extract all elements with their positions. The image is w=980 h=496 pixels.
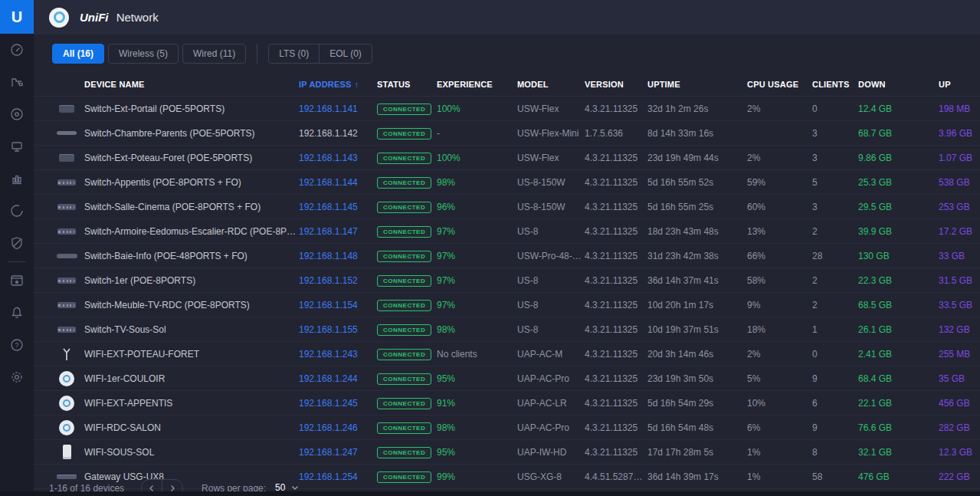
column-header-down[interactable]: DOWN bbox=[858, 80, 939, 89]
table-row[interactable]: WIFI-RDC-SALON192.168.1.246CONNECTED98%U… bbox=[34, 416, 980, 440]
column-header-experience[interactable]: EXPERIENCE bbox=[437, 80, 517, 89]
status-badge: CONNECTED bbox=[377, 447, 431, 458]
sidebar-item-system-log[interactable] bbox=[0, 264, 34, 297]
sidebar-item-devices[interactable] bbox=[0, 98, 34, 130]
sort-ascending-icon: ↑ bbox=[355, 80, 359, 89]
access-point-icon bbox=[49, 371, 84, 386]
column-header-model[interactable]: MODEL bbox=[517, 80, 585, 89]
table-row[interactable]: WIFI-1er-COULOIR192.168.1.244CONNECTED95… bbox=[34, 366, 980, 391]
sidebar-item-insights[interactable] bbox=[0, 195, 34, 227]
sidebar-item-clients[interactable] bbox=[0, 130, 34, 163]
upload-value: 1.07 GB bbox=[939, 153, 980, 163]
upload-value: 538 GB bbox=[939, 177, 980, 188]
sidebar-item-unifi-logo[interactable]: U bbox=[0, 0, 34, 34]
model-value: USW-Flex bbox=[517, 103, 585, 114]
sidebar-item-help[interactable]: ? bbox=[0, 329, 34, 361]
column-header-up[interactable]: UP bbox=[939, 80, 980, 89]
cpu-usage-value: 10% bbox=[747, 398, 812, 409]
clients-count: 0 bbox=[812, 103, 858, 114]
uptime-value: 5d 16h 54m 48s bbox=[647, 422, 747, 433]
column-header-status[interactable]: STATUS bbox=[377, 80, 437, 89]
table-row[interactable]: Switch-TV-Sous-Sol192.168.1.155CONNECTED… bbox=[34, 317, 980, 342]
sidebar-item-settings[interactable] bbox=[0, 361, 34, 393]
switch-8-icon bbox=[49, 302, 84, 308]
access-point-icon bbox=[49, 396, 84, 411]
download-value: 22.3 GB bbox=[858, 275, 939, 286]
ip-address[interactable]: 192.168.1.245 bbox=[299, 398, 377, 409]
column-header-uptime[interactable]: UPTIME bbox=[647, 80, 747, 89]
uptime-value: 23d 19h 49m 44s bbox=[647, 153, 747, 163]
download-value: 25.3 GB bbox=[858, 177, 939, 188]
column-header-label: DOWN bbox=[858, 80, 886, 89]
ip-address[interactable]: 192.168.1.144 bbox=[299, 177, 377, 188]
ip-address[interactable]: 192.168.1.244 bbox=[299, 373, 377, 384]
version-value: 4.3.21.11325 bbox=[585, 373, 647, 384]
table-row[interactable]: Switch-Armoire-Eedomus-Escalier-RDC (POE… bbox=[34, 219, 980, 244]
status-badge: CONNECTED bbox=[377, 128, 431, 140]
ip-address[interactable]: 192.168.1.243 bbox=[299, 349, 377, 360]
sidebar-item-notifications[interactable] bbox=[0, 297, 34, 329]
experience-value: 98% bbox=[437, 177, 517, 188]
download-value: 9.86 GB bbox=[858, 153, 939, 163]
switch-8-icon bbox=[49, 228, 84, 235]
column-header-cpu-usage[interactable]: CPU USAGE bbox=[747, 80, 812, 89]
upload-value: 33 GB bbox=[939, 251, 980, 261]
ip-address[interactable]: 192.168.1.155 bbox=[299, 324, 377, 335]
page-title: UniFi Network bbox=[80, 11, 159, 24]
ip-address[interactable]: 192.168.1.148 bbox=[299, 251, 377, 261]
model-value: USW-Flex-Mini bbox=[517, 128, 585, 139]
ip-address[interactable]: 192.168.1.147 bbox=[299, 226, 377, 237]
clients-count: 6 bbox=[812, 398, 858, 409]
sidebar-item-dashboard[interactable] bbox=[0, 34, 34, 66]
column-header-clients[interactable]: CLIENTS bbox=[812, 80, 858, 89]
table-row[interactable]: Switch-Meuble-TV-RDC (POE-8PORTS)192.168… bbox=[34, 293, 980, 317]
column-header-label: CPU USAGE bbox=[747, 80, 798, 89]
table-row[interactable]: Switch-Ext-Portail (POE-5PORTS)192.168.1… bbox=[34, 97, 980, 121]
version-value: 4.3.21.11325 bbox=[585, 349, 647, 360]
clients-count: 28 bbox=[812, 251, 858, 261]
cpu-usage-value: 5% bbox=[747, 373, 812, 384]
ip-address[interactable]: 192.168.1.143 bbox=[299, 153, 377, 163]
status-badge: CONNECTED bbox=[377, 373, 431, 385]
status-badge: CONNECTED bbox=[377, 103, 431, 115]
table-row[interactable]: WIFI-SOUS-SOL192.168.1.247CONNECTED95%UA… bbox=[34, 440, 980, 465]
ip-address[interactable]: 192.168.1.152 bbox=[299, 275, 377, 286]
table-row[interactable]: Switch-Salle-Cinema (POE-8PORTS + FO)192… bbox=[34, 195, 980, 219]
ip-address[interactable]: 192.168.1.246 bbox=[299, 422, 377, 433]
status-badge: CONNECTED bbox=[377, 251, 431, 262]
ip-address[interactable]: 192.168.1.145 bbox=[299, 202, 377, 212]
experience-value: 96% bbox=[437, 202, 517, 212]
table-row[interactable]: WIFI-EXT-APPENTIS192.168.1.245CONNECTED9… bbox=[34, 391, 980, 416]
table-row[interactable]: Switch-Ext-Poteau-Foret (POE-5PORTS)192.… bbox=[34, 146, 980, 170]
cpu-usage-value: 1% bbox=[747, 447, 812, 458]
model-value: US-8 bbox=[517, 324, 585, 335]
ip-address[interactable]: 192.168.1.154 bbox=[299, 300, 377, 310]
download-value: 26.1 GB bbox=[858, 324, 939, 335]
statistics-icon bbox=[9, 171, 25, 186]
tab-wired-11[interactable]: Wired (11) bbox=[182, 44, 246, 64]
tab-all-16[interactable]: All (16) bbox=[52, 44, 104, 64]
table-row[interactable]: Switch-Chambre-Parents (POE-5PORTS)192.1… bbox=[34, 121, 980, 146]
status-badge: CONNECTED bbox=[377, 398, 431, 409]
cpu-usage-value: 13% bbox=[747, 226, 812, 237]
column-header-version[interactable]: VERSION bbox=[585, 80, 647, 89]
table-row[interactable]: WIFI-EXT-POTEAU-FORET192.168.1.243CONNEC… bbox=[34, 342, 980, 366]
tab-lts-0[interactable]: LTS (0) bbox=[268, 44, 320, 64]
ip-address[interactable]: 192.168.1.247 bbox=[299, 447, 377, 458]
tab-eol-0[interactable]: EOL (0) bbox=[319, 44, 372, 64]
switch-flex-icon bbox=[49, 154, 84, 162]
table-row[interactable]: Switch-Baie-Info (POE-48PORTS + FO)192.1… bbox=[34, 244, 980, 268]
experience-value: 100% bbox=[437, 153, 517, 163]
column-header-ip-address[interactable]: IP ADDRESS↑ bbox=[299, 80, 377, 89]
sidebar-item-threat-management[interactable] bbox=[0, 227, 34, 259]
version-value: 4.3.21.11325 bbox=[585, 103, 647, 114]
column-header-device-name[interactable]: DEVICE NAME bbox=[84, 80, 299, 89]
sidebar-item-statistics[interactable] bbox=[0, 163, 34, 195]
uptime-value: 8d 14h 33m 16s bbox=[647, 128, 747, 139]
tab-wireless-5[interactable]: Wireless (5) bbox=[108, 44, 179, 64]
table-row[interactable]: Switch-1er (POE-8PORTS)192.168.1.152CONN… bbox=[34, 268, 980, 293]
sidebar-item-topology[interactable] bbox=[0, 66, 34, 98]
ip-address[interactable]: 192.168.1.141 bbox=[299, 103, 377, 114]
version-value: 4.3.21.11325 bbox=[585, 447, 647, 458]
table-row[interactable]: Switch-Appentis (POE-8PORTS + FO)192.168… bbox=[34, 170, 980, 195]
